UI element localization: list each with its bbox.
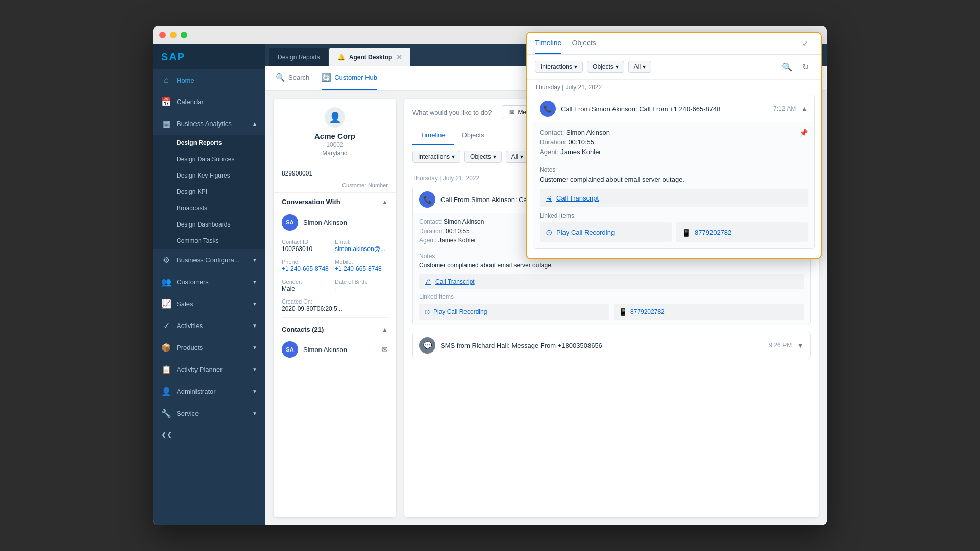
phone-value[interactable]: +1 240-665-8748 (282, 265, 335, 272)
filter-objects-arrow: ▾ (493, 153, 496, 160)
phone-label: Phone: (282, 259, 335, 265)
sidebar-item-service[interactable]: 🔧 Service ▼ (153, 403, 265, 424)
filter-interactions[interactable]: Interactions ▾ (412, 151, 460, 163)
dob-label: Date of Birth: (335, 279, 388, 285)
sidebar-item-home[interactable]: ⌂ Home (153, 69, 265, 91)
phone-linked-icon: 📱 (619, 308, 627, 316)
conversation-title-text: Conversation With (282, 198, 340, 206)
submenu-design-dashboards[interactable]: Design Dashboards (153, 216, 265, 233)
created-on-cell: Created On: 2020-09-30T06:20:5... (282, 295, 388, 315)
entry-call-icon: 📞 (419, 191, 435, 208)
submenu-design-key-figures[interactable]: Design Key Figures (153, 167, 265, 184)
contacts-chevron-icon[interactable]: ▲ (382, 326, 388, 333)
sms-entry-time: 9:26 PM (769, 342, 792, 349)
sub-tab-search[interactable]: 🔍 Search (276, 66, 309, 90)
fp-filter-all[interactable]: All ▾ (628, 61, 651, 73)
sidebar-item-administrator[interactable]: 👤 Administrator ▼ (153, 381, 265, 403)
fp-transcript-btn[interactable]: 🖨 Call Transcript (540, 189, 808, 207)
fp-tab-objects[interactable]: Objects (572, 33, 596, 54)
transcript-label: Call Transcript (435, 278, 475, 285)
tab-objects[interactable]: Objects (454, 126, 493, 145)
collapse-icon: ❮❮ (161, 431, 173, 438)
pin-icon[interactable]: 📌 (799, 129, 808, 137)
customers-chevron-icon: ▼ (252, 279, 257, 285)
fp-linked-label: Linked Items (540, 212, 808, 219)
customer-location: Maryland (282, 149, 388, 157)
close-dot[interactable] (159, 32, 166, 38)
sub-tab-customer-hub[interactable]: 🔄 Customer Hub (322, 66, 377, 90)
linked-item-recording[interactable]: ⊙ Play Call Recording (419, 304, 609, 320)
call-transcript-btn[interactable]: 🖨 Call Transcript (419, 274, 804, 289)
sidebar-collapse-btn[interactable]: ❮❮ (153, 424, 265, 444)
tab-design-reports[interactable]: Design Reports (270, 48, 328, 66)
fp-search-btn[interactable]: 🔍 (780, 60, 794, 74)
sidebar-item-activity-planner[interactable]: 📋 Activity Planner ▼ (153, 359, 265, 381)
mobile-value[interactable]: +1 240-665-8748 (335, 265, 388, 272)
fp-linked-recording[interactable]: ⊙ Play Call Recording (540, 222, 672, 242)
products-chevron-icon: ▼ (252, 345, 257, 350)
fp-linked-phone[interactable]: 📱 8779202782 (676, 222, 808, 242)
customer-avatar-icon: 👤 (329, 111, 341, 123)
tab-timeline[interactable]: Timeline (412, 126, 454, 145)
linked-item-phone[interactable]: 📱 8779202782 (614, 304, 804, 320)
submenu-design-reports[interactable]: Design Reports (153, 135, 265, 151)
agent-field-value: James Kohler (438, 237, 476, 244)
filter-all-arrow: ▾ (520, 153, 523, 160)
fp-tab-timeline[interactable]: Timeline (535, 33, 561, 54)
sidebar-item-customers[interactable]: 👥 Customers ▼ (153, 271, 265, 293)
fp-refresh-btn[interactable]: ↻ (798, 60, 813, 74)
fp-expand-btn[interactable]: ⤢ (798, 36, 813, 51)
divider (282, 317, 388, 318)
sms-entry-header[interactable]: 💬 SMS from Richard Hall: Message From +1… (413, 332, 810, 359)
products-icon: 📦 (161, 343, 172, 353)
sidebar-item-business-config[interactable]: ⚙ Business Configura... ▼ (153, 249, 265, 271)
planner-chevron-icon: ▼ (252, 367, 257, 372)
sidebar-logo: SAP (153, 44, 265, 69)
contact-field-value: Simon Akinson (444, 218, 484, 226)
business-analytics-submenu: Design Reports Design Data Sources Desig… (153, 135, 265, 249)
customer-number-label: Customer Number (342, 182, 388, 188)
fp-all-arrow: ▾ (643, 63, 646, 70)
submenu-common-tasks[interactable]: Common Tasks (153, 233, 265, 249)
fp-expand-entry-icon[interactable]: ▲ (801, 105, 808, 113)
fp-recording-icon: ⊙ (546, 228, 552, 237)
sidebar-item-sales-label: Sales (177, 300, 247, 308)
sidebar-item-sales[interactable]: 📈 Sales ▼ (153, 293, 265, 315)
fp-entry-title: Call From Simon Akinson: Call From +1 24… (561, 105, 768, 113)
customer-hub-tab-label: Customer Hub (334, 73, 377, 81)
maximize-dot[interactable] (181, 32, 187, 38)
email-cell: Email: simon.akinson@... (335, 236, 388, 256)
submenu-design-kpi[interactable]: Design KPI (153, 184, 265, 200)
contact-fields: Contact ID: 100263010 Email: simon.akins… (274, 236, 396, 315)
tab-close-icon[interactable]: ✕ (396, 53, 402, 61)
fp-contact-field: Contact: Simon Akinson 📌 (540, 129, 808, 136)
phone-linked-value: 8779202782 (630, 308, 665, 315)
phone-cell: Phone: +1 240-665-8748 (282, 256, 335, 276)
tab-agent-desktop[interactable]: 🔔 Agent Desktop ✕ (329, 48, 411, 66)
admin-chevron-icon: ▼ (252, 389, 257, 394)
fp-filter-interactions[interactable]: Interactions ▾ (535, 61, 583, 73)
sidebar-item-calendar[interactable]: 📅 Calendar (153, 91, 265, 113)
sms-entry-icon: 💬 (419, 337, 435, 354)
fp-toolbar: Interactions ▾ Objects ▾ All ▾ 🔍 ↻ (527, 55, 821, 80)
sap-logo-text: SAP (161, 51, 185, 63)
submenu-design-data-sources[interactable]: Design Data Sources (153, 151, 265, 167)
fp-filter-objects[interactable]: Objects ▾ (587, 61, 624, 73)
config-chevron-icon: ▼ (252, 257, 257, 263)
sidebar-item-products[interactable]: 📦 Products ▼ (153, 337, 265, 359)
conversation-chevron-icon[interactable]: ▲ (382, 198, 388, 206)
minimize-dot[interactable] (170, 32, 177, 38)
sidebar-item-activities[interactable]: ✓ Activities ▼ (153, 315, 265, 337)
fp-all-label: All (634, 63, 641, 70)
sms-expand-icon[interactable]: ▼ (797, 341, 804, 349)
filter-objects[interactable]: Objects ▾ (464, 151, 502, 163)
floating-panel: Timeline Objects ⤢ Interactions ▾ Object… (526, 32, 822, 259)
filter-all-label: All (511, 153, 518, 160)
fp-contact-label: Contact: (540, 129, 564, 136)
sidebar-item-business-analytics[interactable]: ▦ Business Analytics ▲ (153, 113, 265, 135)
contact2-avatar: SA (282, 341, 298, 358)
fp-entry-header[interactable]: 📞 Call From Simon Akinson: Call From +1 … (533, 95, 814, 122)
fp-contact-value: Simon Akinson (566, 129, 610, 136)
contact-id-cell: Contact ID: 100263010 (282, 236, 335, 256)
submenu-broadcasts[interactable]: Broadcasts (153, 200, 265, 216)
